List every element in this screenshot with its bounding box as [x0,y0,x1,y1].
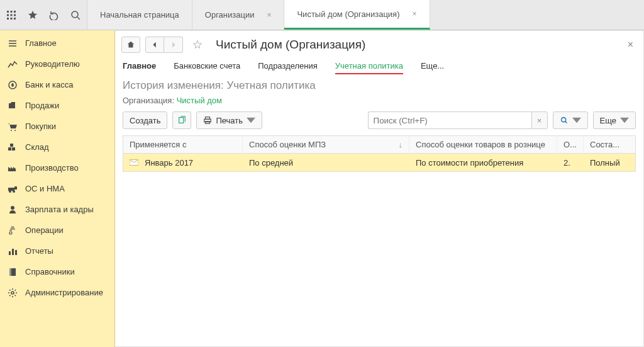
history-icon[interactable] [48,9,60,21]
svg-rect-27 [179,118,184,123]
home-button[interactable] [121,37,140,53]
star-icon[interactable] [26,9,39,21]
sidebar-item-label: Производство [25,163,79,173]
policy-table: Применяется с Способ оценки МПЗ↓ Способ … [123,135,636,172]
svg-point-17 [9,190,11,193]
sidebar-item-label: Покупки [25,122,56,131]
organization-line: Организация: Чистый дом [115,93,643,111]
subnav-more[interactable]: Еще... [421,61,444,74]
svg-rect-3 [7,14,9,16]
col-retail-method[interactable]: Способ оценки товаров в рознице [409,136,557,153]
sidebar-item-label: Банк и касса [25,80,74,89]
col-short[interactable]: О... [557,136,584,153]
print-button[interactable]: Печать [196,111,262,129]
sidebar-item-operations[interactable]: Операции [0,220,114,241]
table-header: Применяется с Способ оценки МПЗ↓ Способ … [123,136,635,154]
subnav-departments[interactable]: Подразделения [258,61,318,74]
page-subtitle: История изменения: Учетная политика [115,76,643,93]
sidebar-item-label: Продажи [25,101,59,110]
sidebar-item-admin[interactable]: Администрирование [0,282,114,303]
sidebar-item-production[interactable]: Производство [0,157,114,178]
cell-short: 2. [557,158,584,168]
col-applied-from[interactable]: Применяется с [123,136,243,153]
copy-button[interactable] [172,111,191,129]
cell-sostav: Полный [584,158,635,168]
svg-point-31 [561,118,565,122]
svg-rect-5 [14,14,16,16]
sidebar-item-label: ОС и НМА [25,184,65,193]
svg-rect-6 [7,18,9,20]
sidebar-item-assets[interactable]: ОС и НМА [0,178,114,199]
tab-organizations[interactable]: Организации× [192,0,285,30]
tab-organization-card[interactable]: Чистый дом (Организация)× [284,0,430,30]
main-content: Чистый дом (Организация) × Главное Банко… [115,30,644,347]
col-sostav[interactable]: Соста... [584,136,635,153]
sidebar-item-bank[interactable]: Банк и касса [0,74,114,95]
close-icon[interactable]: × [412,9,416,18]
col-mpz-method[interactable]: Способ оценки МПЗ↓ [243,136,409,153]
svg-point-26 [11,292,14,294]
sidebar-item-manager[interactable]: Руководителю [0,54,114,74]
forward-button[interactable] [164,37,183,53]
button-label: Еще [600,116,616,125]
action-bar: Создать Печать × Еще [115,111,643,135]
svg-rect-30 [206,122,210,124]
sidebar-item-label: Администрирование [25,288,103,297]
org-label: Организация: [123,96,174,105]
subnav-bank-accounts[interactable]: Банковские счета [174,61,240,74]
sidebar-item-payroll[interactable]: Зарплата и кадры [0,199,114,220]
svg-point-20 [11,206,14,210]
sidebar-item-label: Отчеты [25,246,53,256]
sidebar-item-main[interactable]: Главное [0,33,114,54]
more-button[interactable]: Еще [593,111,636,129]
close-icon[interactable]: × [267,11,271,20]
close-button[interactable]: × [624,39,637,50]
button-label: Создать [130,116,160,125]
sidebar-item-purchases[interactable]: Покупки [0,116,114,137]
apps-icon[interactable] [5,9,18,21]
svg-point-9 [72,11,78,18]
create-button[interactable]: Создать [123,111,167,129]
tab-start-page[interactable]: Начальная страница [87,0,192,30]
tab-label: Начальная страница [100,10,179,20]
sidebar-item-label: Руководителю [25,59,80,69]
sidebar-nav: Главное Руководителю Банк и касса Продаж… [0,30,115,347]
subnav-main[interactable]: Главное [123,61,156,74]
top-icon-group [0,0,87,30]
sidebar-item-label: Операции [25,225,64,235]
svg-rect-19 [14,186,17,190]
table-row[interactable]: Январь 2017 По средней По стоимости прио… [123,154,635,171]
page-title: Чистый дом (Организация) [216,38,365,52]
svg-rect-2 [14,11,16,13]
cell-retail: По стоимости приобретения [409,158,557,168]
tab-label: Чистый дом (Организация) [297,9,399,19]
cell-applied: Январь 2017 [145,158,193,168]
svg-rect-7 [11,18,13,20]
row-icon [130,158,138,168]
svg-rect-25 [9,268,11,276]
svg-point-11 [11,130,12,131]
search-dropdown-button[interactable] [553,111,588,129]
tab-strip: Начальная страница Организации× Чистый д… [87,0,430,30]
clear-search-button[interactable]: × [531,111,548,129]
sidebar-item-label: Справочники [25,267,75,276]
svg-rect-13 [8,147,11,151]
search-input[interactable] [368,111,531,129]
sidebar-item-reports[interactable]: Отчеты [0,241,114,261]
org-value[interactable]: Чистый дом [177,96,222,105]
svg-rect-22 [12,249,14,255]
svg-rect-23 [15,250,17,255]
favorite-star-icon[interactable] [188,37,207,53]
svg-point-18 [13,190,15,193]
search-icon[interactable] [69,9,82,21]
subnav-accounting-policy[interactable]: Учетная политика [335,61,403,74]
sidebar-item-label: Зарплата и кадры [25,205,94,214]
back-button[interactable] [145,37,164,53]
sidebar-item-sales[interactable]: Продажи [0,95,114,116]
sidebar-item-warehouse[interactable]: Склад [0,137,114,157]
svg-rect-15 [10,144,13,147]
sidebar-item-catalogs[interactable]: Справочники [0,261,114,282]
main-toolbar: Чистый дом (Организация) × [115,31,643,59]
sidebar-item-label: Главное [25,38,57,48]
svg-rect-8 [14,18,16,20]
